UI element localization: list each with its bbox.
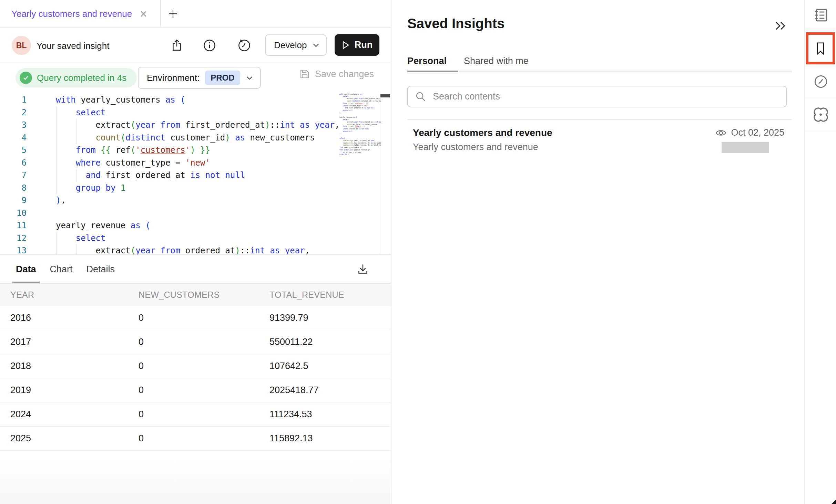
saved-insight-list-item[interactable]: Yearly customers and revenue Yearly cust… xyxy=(407,126,792,159)
share-icon[interactable] xyxy=(170,39,183,52)
code-line: group by 1 xyxy=(339,109,381,112)
bookmark-icon-active[interactable] xyxy=(806,32,835,64)
code-line: with yearly_customers as ( xyxy=(339,93,381,95)
code-lines[interactable]: with yearly_customers as ( select extrac… xyxy=(56,94,340,254)
column-header-year[interactable]: YEAR xyxy=(10,290,139,300)
code-line: select xyxy=(56,106,340,119)
table-cell: 115892.13 xyxy=(269,433,391,444)
table-header-row: YEAR NEW_CUSTOMERS TOTAL_REVENUE xyxy=(0,284,391,306)
insight-owner-label: Your saved insight xyxy=(37,41,110,51)
code-line: yearly_revenue as ( xyxy=(56,219,340,232)
download-icon[interactable] xyxy=(356,263,369,276)
tab-yearly-customers-and-revenue[interactable]: Yearly customers and revenue xyxy=(0,0,161,28)
eye-icon xyxy=(715,128,727,138)
table-cell: 0 xyxy=(139,409,269,420)
code-line: where customer_type = 'new' xyxy=(56,157,340,169)
table-cell: 2025418.77 xyxy=(269,385,391,396)
code-line: coalesce(yc.new_customers, 0) as new_cus… xyxy=(339,142,381,144)
code-line: extract(year from ordered_at)::int as ye… xyxy=(339,121,381,123)
code-line: full outer join yearly_revenue yr xyxy=(339,149,381,151)
code-line: order by 1 xyxy=(339,154,381,156)
sql-editor[interactable]: 12345678910111213 with yearly_customers … xyxy=(0,92,391,254)
search-box[interactable] xyxy=(407,86,787,107)
results-panel: Data Chart Details YEAR NEW_CUSTOMERS TO… xyxy=(0,254,391,451)
history-clock-icon[interactable] xyxy=(814,74,828,89)
line-number: 2 xyxy=(0,106,27,119)
table-cell: 2016 xyxy=(10,313,139,323)
notebook-icon[interactable] xyxy=(813,8,828,23)
table-cell: 0 xyxy=(139,337,269,347)
right-icon-rail xyxy=(804,0,836,504)
save-changes-label: Save changes xyxy=(315,69,374,80)
line-number: 10 xyxy=(0,207,27,220)
develop-label: Develop xyxy=(274,40,307,51)
code-line: count(distinct customer_id) as new_custo… xyxy=(56,132,340,144)
insight-meta: Oct 02, 2025 xyxy=(715,127,784,138)
tab-details[interactable]: Details xyxy=(86,255,115,283)
tab-close-icon[interactable] xyxy=(140,10,147,18)
run-label: Run xyxy=(355,40,373,50)
code-line: yearly_revenue as ( xyxy=(339,116,381,119)
insight-subtitle: Yearly customers and revenue xyxy=(413,142,538,153)
panel-tab-bar: Personal Shared with me xyxy=(407,56,529,66)
panel-tab-active-indicator xyxy=(407,71,458,72)
column-header-new-customers[interactable]: NEW_CUSTOMERS xyxy=(139,290,269,300)
table-row[interactable]: 2016091399.79 xyxy=(0,306,391,330)
collapse-panel-icon[interactable] xyxy=(775,21,787,31)
line-number: 9 xyxy=(0,194,27,207)
tab-personal[interactable]: Personal xyxy=(407,56,447,66)
line-number: 1 xyxy=(0,94,27,106)
panel-tab-track xyxy=(407,71,792,72)
insight-title: Yearly customers and revenue xyxy=(413,127,552,138)
table-body: 2016091399.7920170550011.2220180107642.5… xyxy=(0,306,391,451)
save-changes-button[interactable]: Save changes xyxy=(299,69,374,80)
line-number: 4 xyxy=(0,132,27,144)
save-icon xyxy=(299,69,310,80)
results-tab-bar: Data Chart Details xyxy=(0,255,391,284)
search-input[interactable] xyxy=(433,91,779,102)
environment-selector[interactable]: Environment: PROD xyxy=(138,67,261,89)
code-line: extract(year from ordered_at)::int as ye… xyxy=(56,244,340,254)
code-line: select xyxy=(56,232,340,245)
line-number: 6 xyxy=(0,157,27,169)
table-row[interactable]: 20250115892.13 xyxy=(0,427,391,451)
table-cell: 107642.5 xyxy=(269,361,391,371)
query-status-text: Query completed in 4s xyxy=(37,73,126,83)
table-cell: 2017 xyxy=(10,337,139,347)
table-cell: 2018 xyxy=(10,361,139,371)
info-icon[interactable] xyxy=(203,39,216,52)
code-line: extract(year from first_ordered_at)::int… xyxy=(56,119,340,132)
tab-chart[interactable]: Chart xyxy=(50,255,73,283)
search-icon xyxy=(415,91,427,103)
version-history-icon[interactable] xyxy=(237,39,251,52)
column-header-total-revenue[interactable]: TOTAL_REVENUE xyxy=(269,290,391,300)
table-cell: 2024 xyxy=(10,409,139,420)
table-row[interactable]: 201902025418.77 xyxy=(0,378,391,402)
table-row[interactable]: 20180107642.5 xyxy=(0,354,391,378)
code-line: from {{ ref('orders') }} xyxy=(339,126,381,128)
tab-data[interactable]: Data xyxy=(16,255,36,283)
code-line: where ordered_at is not null xyxy=(339,128,381,130)
table-row[interactable]: 20170550011.22 xyxy=(0,330,391,354)
line-number: 13 xyxy=(0,244,27,254)
code-line: extract(year from first_ordered_at)::int… xyxy=(339,98,381,100)
editor-scrollbar-thumb[interactable] xyxy=(380,94,390,97)
dbt-icon[interactable] xyxy=(813,107,829,123)
run-button[interactable]: Run xyxy=(335,34,379,56)
code-line xyxy=(339,114,381,116)
editor-minimap[interactable]: with yearly_customers as ( select extrac… xyxy=(339,93,381,251)
results-fade xyxy=(0,458,390,504)
code-line: coalesce(yc.year, yr.year) as year, xyxy=(339,139,381,142)
new-tab-plus-icon[interactable] xyxy=(168,9,178,19)
line-number-gutter: 12345678910111213 xyxy=(0,94,36,254)
table-cell: 2025 xyxy=(10,433,139,444)
code-line: and first_ordered_at is not null xyxy=(339,107,381,109)
line-number: 11 xyxy=(0,219,27,232)
line-number: 12 xyxy=(0,232,27,245)
tab-shared-with-me[interactable]: Shared with me xyxy=(464,56,529,66)
environment-value-badge: PROD xyxy=(205,71,240,85)
code-line: select xyxy=(339,137,381,139)
code-line: select xyxy=(339,95,381,98)
develop-dropdown[interactable]: Develop xyxy=(265,34,327,56)
table-row[interactable]: 20240111234.53 xyxy=(0,402,391,427)
